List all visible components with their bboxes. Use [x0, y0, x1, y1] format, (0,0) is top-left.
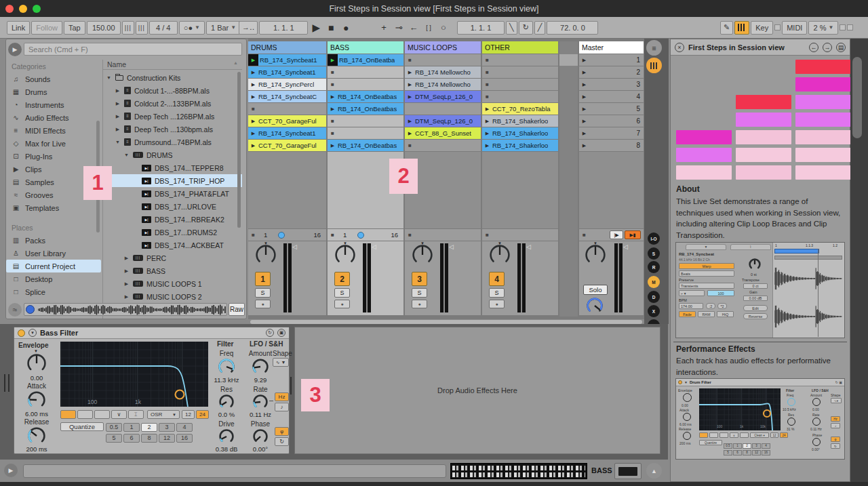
clip-play-icon[interactable]: ▶: [482, 131, 492, 136]
rate-note-button[interactable]: ♪: [275, 403, 289, 411]
raw-button[interactable]: Raw: [229, 303, 245, 316]
drop-audio-effects-zone[interactable]: Drop Audio Effects Here: [294, 327, 660, 454]
quantize-value-button[interactable]: 8: [141, 434, 157, 443]
sidebar-item-packs[interactable]: ▥Packs: [6, 234, 101, 247]
clip-slot[interactable]: ▶CCT_70_RezoTabla: [482, 103, 558, 115]
track-header-drums[interactable]: DRUMS: [248, 41, 326, 54]
volume-meter[interactable]: [283, 243, 292, 312]
mixer-sections-icon[interactable]: [646, 58, 662, 73]
clip-stop-icon[interactable]: ■: [405, 142, 415, 148]
res-knob[interactable]: [218, 394, 235, 410]
tree-collapse-icon[interactable]: ▶: [115, 127, 121, 132]
clip-slot[interactable]: ▶RB_174_Shakerloo: [482, 115, 558, 127]
clip-slot[interactable]: ■: [328, 79, 403, 90]
clip-slot[interactable]: ▶RB_174_Shakerloo: [482, 127, 558, 139]
clip-slot[interactable]: ▶RB_174_OnBeatbas: [328, 91, 403, 102]
draw-mode-button[interactable]: ✎: [720, 21, 733, 35]
key-map-button[interactable]: Key: [751, 21, 773, 35]
track-number-button[interactable]: 4: [489, 272, 505, 286]
amount-knob[interactable]: [252, 358, 269, 376]
clip-play-icon[interactable]: ▶: [248, 94, 258, 100]
prev-lesson-icon[interactable]: ←: [809, 43, 818, 52]
slope-12-button[interactable]: 12: [182, 410, 195, 419]
arrangement-position-field[interactable]: 1. 1. 1: [259, 21, 308, 35]
clip-slot[interactable]: ▶RB_174_Syncbeat1: [248, 54, 326, 66]
tree-item[interactable]: ▶|||BASS: [103, 264, 242, 277]
clip-play-icon[interactable]: ▶: [248, 143, 258, 148]
sidebar-item-current-project[interactable]: ▤Current Project: [6, 260, 101, 272]
hotswap-icon[interactable]: ↻: [266, 329, 274, 337]
lesson-home-icon[interactable]: ▤: [836, 43, 846, 52]
clip-slot[interactable]: ■: [248, 103, 326, 115]
clip-playing-icon[interactable]: ▶: [248, 54, 258, 66]
track-header-other[interactable]: OTHER: [482, 41, 558, 54]
clip-slot[interactable]: ▶CCT_70_GarageFul: [248, 140, 326, 151]
stop-button[interactable]: ■: [324, 21, 338, 35]
clip-play-icon[interactable]: ▶: [248, 82, 258, 87]
clip-slot[interactable]: ■: [328, 115, 403, 127]
clip-stop-icon[interactable]: ■: [328, 130, 338, 136]
record-button[interactable]: ●: [339, 21, 353, 35]
drive-knob[interactable]: [218, 428, 235, 445]
circuit-select[interactable]: OSR▼: [147, 410, 180, 419]
clip-slot[interactable]: ■: [328, 127, 403, 139]
track-stop-icon[interactable]: ■: [405, 232, 415, 238]
scene-play-icon[interactable]: ▶: [579, 94, 589, 100]
clip-slot[interactable]: ▶DTM_SeqLp_126_0: [405, 115, 481, 127]
overdub-button[interactable]: +: [377, 21, 391, 35]
mixer-section-button-i-o[interactable]: I-O: [648, 232, 660, 245]
scene-row[interactable]: ▶1: [579, 54, 644, 66]
loop-start-field[interactable]: 1. 1. 1: [457, 21, 505, 35]
time-signature-field[interactable]: 4 / 4: [149, 21, 178, 35]
clip-slot[interactable]: ▶RB_174_SyncPercl: [248, 79, 326, 90]
clip-slot[interactable]: ▶RB_174_OnBeatbas: [328, 140, 403, 151]
sidebar-item-midi-effects[interactable]: ≡MIDI Effects: [6, 124, 101, 137]
clip-play-icon[interactable]: ▶: [482, 106, 492, 112]
session-record-button[interactable]: ○: [437, 21, 450, 35]
tree-item[interactable]: ▶|||MUSIC LOOPS 2: [103, 290, 242, 303]
clip-overview[interactable]: [450, 463, 587, 479]
quantize-value-button[interactable]: 4: [176, 423, 193, 432]
clip-play-icon[interactable]: ▶: [482, 143, 492, 148]
scene-row[interactable]: ▶6: [579, 115, 644, 127]
close-icon[interactable]: ×: [675, 43, 684, 52]
morph-button[interactable]: ⌶: [128, 410, 144, 419]
clip-slot[interactable]: ■: [482, 66, 558, 78]
play-button[interactable]: ▶: [309, 21, 323, 35]
envelope-amount-knob[interactable]: [26, 353, 47, 373]
tree-item[interactable]: ▶|DBS_17...URLOVE: [103, 200, 242, 213]
sidebar-item-instruments[interactable]: ◔Instruments: [6, 98, 101, 111]
search-input[interactable]: [24, 43, 242, 56]
clip-play-icon[interactable]: ▶: [482, 119, 492, 124]
volume-meter[interactable]: [440, 243, 448, 312]
quantize-value-button[interactable]: 3: [159, 423, 175, 432]
scene-play-icon[interactable]: ▶: [579, 143, 589, 148]
clip-slot[interactable]: ▶RB_174 Mellowcho: [405, 66, 481, 78]
scene-row[interactable]: ▶8: [579, 140, 644, 151]
clip-stop-icon[interactable]: ■: [482, 81, 492, 87]
clip-playing-icon[interactable]: ▶: [328, 54, 338, 66]
tree-item[interactable]: ▼Construction Kits: [103, 71, 242, 84]
quantize-value-button[interactable]: 6: [123, 434, 140, 443]
clip-stop-icon[interactable]: ■: [405, 57, 415, 63]
scene-row[interactable]: ▶4: [579, 91, 644, 102]
clip-slot[interactable]: ■: [405, 140, 481, 151]
tree-item[interactable]: ▶≡Deep Tech ...126BPM.als: [103, 110, 242, 123]
tree-scrollbar[interactable]: [237, 72, 241, 228]
clip-play-icon[interactable]: ▶: [248, 70, 258, 75]
clip-play-icon[interactable]: ▶: [328, 143, 338, 148]
master-pan-knob[interactable]: [585, 244, 606, 266]
clip-slot[interactable]: ■: [482, 91, 558, 102]
track-number-button[interactable]: 3: [412, 272, 427, 286]
track-header-music-loops[interactable]: MUSIC LOOPS: [405, 41, 481, 54]
quantization-menu[interactable]: 1 Bar▼: [206, 21, 241, 35]
loop-button[interactable]: ↻: [519, 21, 533, 35]
clip-play-icon[interactable]: ▶: [405, 94, 415, 100]
sidebar-item-audio-effects[interactable]: ∿Audio Effects: [6, 111, 101, 124]
arm-button[interactable]: ●: [412, 300, 427, 308]
bandpass-button[interactable]: [94, 410, 110, 419]
rate-knob[interactable]: [252, 394, 269, 410]
attack-knob[interactable]: [27, 390, 46, 409]
quantize-value-button[interactable]: 16: [176, 434, 193, 443]
slope-24-button[interactable]: 24: [196, 410, 209, 419]
